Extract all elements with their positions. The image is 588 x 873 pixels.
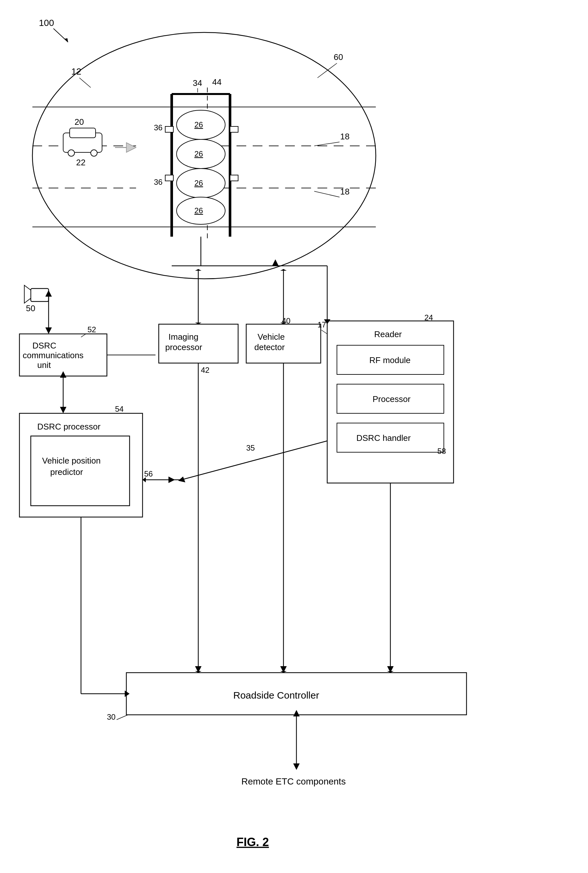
arrow-up-right <box>272 259 279 266</box>
svg-line-20 <box>321 330 327 334</box>
svg-marker-1 <box>64 38 68 42</box>
ref-18b: 18 <box>340 187 350 197</box>
ref-58: 58 <box>437 447 446 455</box>
svg-marker-33 <box>293 763 300 770</box>
ref-17: 17 <box>318 320 326 329</box>
ref-30: 30 <box>107 712 116 721</box>
imaging-proc-label1: Imaging <box>168 332 199 342</box>
svg-line-2 <box>80 78 91 87</box>
dsrc-comm-label2: communications <box>22 350 84 360</box>
direction-arrow <box>126 143 136 152</box>
rf-module-label: RF module <box>369 355 411 365</box>
figure-title: FIG. 2 <box>237 835 269 849</box>
ref-34: 34 <box>193 78 202 88</box>
arrow-right-56 <box>168 476 175 483</box>
vpp-label2: predictor <box>50 467 83 477</box>
camera-lens <box>24 285 31 303</box>
dsrc-handler-label: DSRC handler <box>356 433 411 443</box>
ref-50: 50 <box>26 304 35 313</box>
sensor-36d <box>230 175 238 181</box>
ref-36a: 36 <box>154 123 163 132</box>
svg-marker-8 <box>45 328 52 334</box>
svg-marker-19 <box>280 269 287 271</box>
ref-24: 24 <box>424 313 433 322</box>
remote-etc-label: Remote ETC components <box>242 777 346 786</box>
roadside-controller-label: Roadside Controller <box>233 690 319 700</box>
main-svg: 100 12 20 22 34 44 60 3 <box>0 0 588 873</box>
imaging-proc-label2: processor <box>165 342 202 352</box>
ref-36b: 36 <box>154 178 163 186</box>
wheel-fr <box>91 150 97 156</box>
ref-18a: 18 <box>340 132 350 141</box>
ref-100: 100 <box>39 18 54 28</box>
sensor-36b <box>165 175 173 181</box>
svg-line-26 <box>117 715 128 720</box>
wheel-fl <box>68 150 75 156</box>
svg-marker-16 <box>195 269 201 271</box>
svg-line-6 <box>314 142 339 146</box>
svg-marker-11 <box>60 407 66 413</box>
ref-54: 54 <box>115 404 124 413</box>
ref-60: 60 <box>334 52 343 62</box>
dsrc-comm-label1: DSRC <box>32 341 56 350</box>
ref-12: 12 <box>71 66 81 77</box>
camera-body <box>31 288 49 302</box>
ref-52: 52 <box>87 325 96 334</box>
ref-26b: 26 <box>194 149 203 158</box>
svg-line-7 <box>314 191 339 197</box>
ref-26a: 26 <box>194 120 203 129</box>
vehicle-det-label2: detector <box>254 342 285 352</box>
ref-26c: 26 <box>194 179 203 187</box>
ref-42: 42 <box>201 366 210 374</box>
ref-35: 35 <box>246 443 255 452</box>
sensor-36a <box>165 126 173 132</box>
ref-44: 44 <box>212 77 222 87</box>
ref-56: 56 <box>144 469 153 478</box>
ref-22: 22 <box>76 158 86 167</box>
dsrc-comm-label3: unit <box>37 360 51 370</box>
reader-label: Reader <box>374 329 402 339</box>
ref-26d: 26 <box>194 206 203 215</box>
sensor-36c <box>230 126 238 132</box>
vpp-label1: Vehicle position <box>42 456 101 466</box>
diagram-container: 100 12 20 22 34 44 60 3 <box>0 0 588 873</box>
dsrc-processor-label: DSRC processor <box>37 422 100 431</box>
car-roof <box>70 128 96 138</box>
processor-label: Processor <box>372 394 411 404</box>
ref-20: 20 <box>75 117 84 127</box>
vehicle-det-label1: Vehicle <box>258 332 285 342</box>
